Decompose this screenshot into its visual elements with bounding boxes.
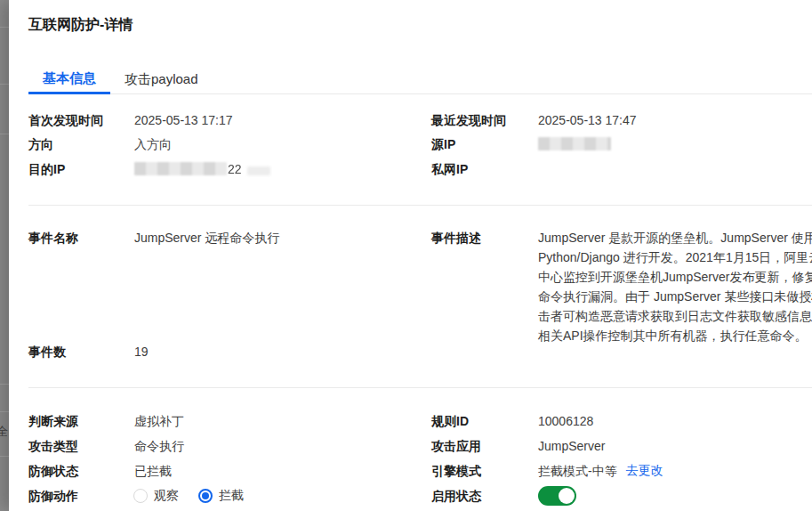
dest-ip-label: 目的IP: [28, 160, 65, 178]
enable-status-toggle[interactable]: [538, 486, 576, 506]
event-count-label: 事件数: [28, 343, 66, 361]
last-seen-value: 2025-05-13 17:47: [538, 111, 637, 129]
source-ip-label: 源IP: [431, 135, 455, 153]
defense-status-label: 防御状态: [28, 462, 78, 480]
backdrop-table-line: [0, 27, 9, 28]
attack-app-label: 攻击应用: [431, 437, 481, 455]
enable-status-label: 启用状态: [431, 487, 481, 505]
engine-mode-label: 引擎模式: [431, 462, 481, 480]
radio-observe-icon[interactable]: [133, 489, 148, 503]
attack-app-value: JumpServer: [538, 437, 605, 455]
radio-block-icon[interactable]: [198, 489, 213, 503]
section-divider: [28, 387, 812, 388]
backdrop-table-line: [0, 134, 9, 134]
dest-ip-visible-fragment: 22: [228, 161, 242, 177]
private-ip-label: 私网IP: [431, 160, 468, 178]
defense-action-radio-group: 观察 拦截: [133, 485, 244, 507]
rule-id-value: 10006128: [538, 412, 593, 430]
judge-source-value: 虚拟补丁: [134, 412, 184, 430]
tab-attack-payload-label: 攻击payload: [125, 71, 198, 88]
attack-type-label: 攻击类型: [28, 437, 78, 455]
event-desc-value: JumpServer 是款开源的堡垒机。JumpServer 使用 Python…: [538, 228, 812, 345]
event-name-value: JumpServer 远程命令执行: [134, 229, 279, 247]
event-desc-line: 击者可构造恶意请求获取到日志文件获取敏感信息，或者执行: [538, 306, 812, 326]
defense-status-value: 已拦截: [134, 462, 172, 480]
radio-block-label: 拦截: [219, 488, 244, 504]
detail-drawer: 互联网防护-详情 基本信息 攻击payload 首次发现时间 2025-05-1…: [9, 0, 812, 511]
event-desc-line: JumpServer 是款开源的堡垒机。JumpServer 使用: [538, 228, 812, 247]
dest-ip-redacted-value: [134, 162, 227, 175]
last-seen-label: 最近发现时间: [431, 111, 506, 129]
direction-label: 方向: [28, 135, 53, 153]
engine-mode-change-link[interactable]: 去更改: [626, 463, 663, 479]
radio-observe-label: 观察: [154, 488, 179, 504]
event-desc-line: 相关API操作控制其中所有机器，执行任意命令。: [538, 326, 812, 345]
backdrop-mask[interactable]: 全: [0, 0, 9, 511]
section-divider: [28, 205, 812, 206]
tab-basic-info-label: 基本信息: [43, 70, 96, 87]
drawer-title: 互联网防护-详情: [28, 15, 133, 35]
radio-option-block[interactable]: 拦截: [198, 488, 244, 504]
backdrop-table-line: [0, 84, 9, 85]
backdrop-table-line: [0, 384, 9, 385]
dest-ip-redacted-tail: [247, 166, 270, 175]
event-desc-label: 事件描述: [431, 229, 481, 247]
tab-bar: 基本信息 攻击payload: [28, 65, 812, 94]
event-desc-line: 中心监控到开源堡垒机JumpServer发布更新，修复了一处: [538, 267, 812, 287]
engine-mode-value: 拦截模式-中等: [538, 462, 617, 480]
backdrop-clipped-text: 全: [0, 426, 8, 438]
backdrop-table-line: [0, 411, 9, 412]
judge-source-label: 判断来源: [28, 412, 78, 430]
backdrop-table-line: [0, 456, 9, 457]
tab-attack-payload[interactable]: 攻击payload: [110, 65, 213, 93]
source-ip-redacted-value: [538, 137, 611, 150]
rule-id-label: 规则ID: [431, 412, 469, 430]
attack-type-value: 命令执行: [134, 437, 184, 455]
event-desc-line: 命令执行漏洞。由于 JumpServer 某些接口未做授权限制，攻: [538, 287, 812, 306]
first-seen-value: 2025-05-13 17:17: [134, 111, 233, 129]
radio-option-observe[interactable]: 观察: [133, 488, 179, 504]
direction-value: 入方向: [134, 135, 172, 153]
first-seen-label: 首次发现时间: [28, 111, 103, 129]
tab-basic-info[interactable]: 基本信息: [28, 65, 110, 94]
event-count-value: 19: [134, 343, 149, 361]
engine-mode-row: 拦截模式-中等 去更改: [538, 462, 663, 480]
defense-action-label: 防御动作: [28, 487, 78, 505]
event-desc-line: Python/Django 进行开发。2021年1月15日，阿里云应急响应: [538, 247, 812, 267]
event-name-label: 事件名称: [28, 229, 78, 247]
